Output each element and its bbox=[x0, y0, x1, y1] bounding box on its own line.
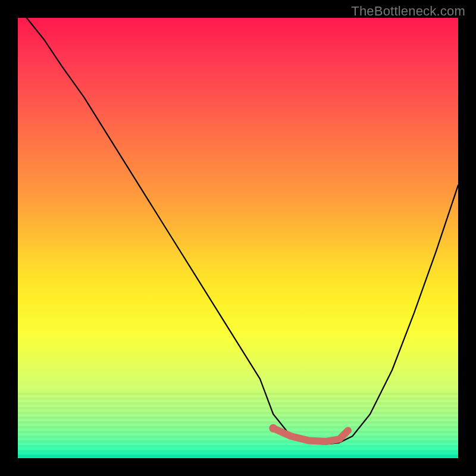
bottleneck-curve bbox=[27, 18, 458, 444]
plot-area bbox=[18, 18, 458, 458]
optimal-start-dot bbox=[269, 424, 277, 433]
optimal-range-marker bbox=[273, 428, 348, 441]
gradient-bands bbox=[18, 393, 458, 458]
chart-container: TheBottleneck.com bbox=[0, 0, 476, 476]
chart-svg bbox=[18, 18, 458, 458]
watermark-text: TheBottleneck.com bbox=[351, 4, 465, 19]
